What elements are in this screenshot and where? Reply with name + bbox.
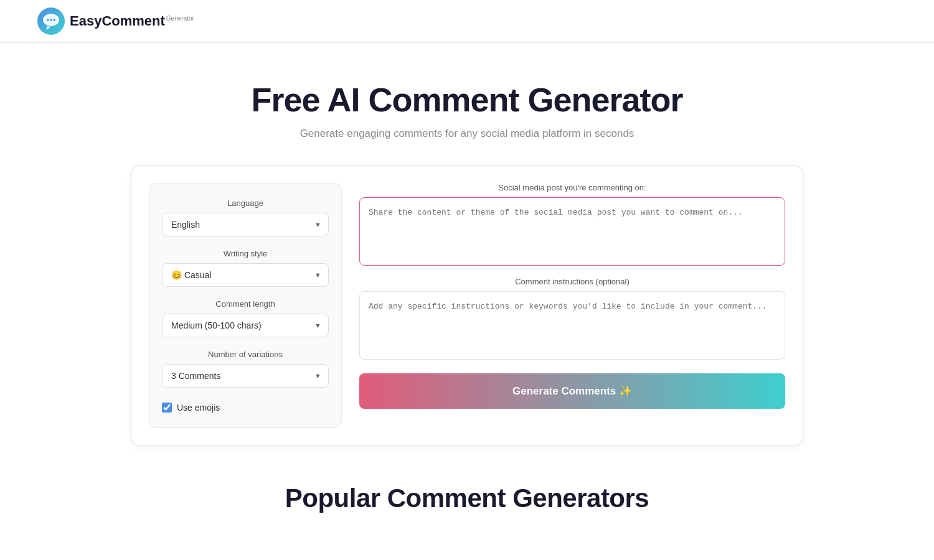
writing-style-label: Writing style [162,249,329,258]
logo-generator-sup: Generator [166,15,194,22]
instructions-textarea[interactable] [359,291,785,360]
right-panel: Social media post you're commenting on: … [359,183,785,428]
left-panel: Language English Spanish French German I… [149,183,342,428]
logo: EasyCommentGenerator [37,7,194,35]
logo-icon [37,7,65,35]
variations-select-wrapper: 1 Comment 2 Comments 3 Comments 4 Commen… [162,364,329,388]
comment-length-label: Comment length [162,299,329,309]
language-label: Language [162,198,329,208]
post-textarea-group: Social media post you're commenting on: [359,183,785,266]
instructions-textarea-group: Comment instructions (optional) [359,277,785,360]
variations-select[interactable]: 1 Comment 2 Comments 3 Comments 4 Commen… [162,364,329,388]
main-content: Free AI Comment Generator Generate engag… [0,43,934,538]
svg-point-4 [53,19,55,21]
form-card: Language English Spanish French German I… [131,165,803,446]
popular-title: Popular Comment Generators [12,483,922,513]
comment-length-select[interactable]: Short (10-50 chars) Medium (50-100 chars… [162,314,329,337]
page-subtitle: Generate engaging comments for any socia… [300,128,634,140]
generate-button[interactable]: Generate Comments ✨ [359,373,785,409]
use-emojis-checkbox[interactable] [162,403,172,413]
comment-length-field-group: Comment length Short (10-50 chars) Mediu… [162,299,329,337]
page-title: Free AI Comment Generator [251,80,682,119]
variations-label: Number of variations [162,350,329,359]
use-emojis-row: Use emojis [162,403,329,413]
popular-section: Popular Comment Generators [12,483,922,513]
language-select[interactable]: English Spanish French German Italian Po… [162,213,329,236]
writing-style-select-wrapper: 😊 Casual Professional Funny Inspirationa… [162,263,329,287]
variations-field-group: Number of variations 1 Comment 2 Comment… [162,350,329,388]
header: EasyCommentGenerator [0,0,934,43]
comment-length-select-wrapper: Short (10-50 chars) Medium (50-100 chars… [162,314,329,337]
writing-style-select[interactable]: 😊 Casual Professional Funny Inspirationa… [162,263,329,287]
logo-brand: EasyCommentGenerator [70,13,194,29]
svg-point-3 [50,19,52,21]
use-emojis-label[interactable]: Use emojis [177,403,220,413]
language-field-group: Language English Spanish French German I… [162,198,329,236]
logo-text: EasyCommentGenerator [70,13,194,29]
svg-point-2 [47,19,49,21]
instructions-label: Comment instructions (optional) [359,277,785,286]
post-textarea[interactable] [359,197,785,266]
post-label: Social media post you're commenting on: [359,183,785,192]
language-select-wrapper: English Spanish French German Italian Po… [162,213,329,236]
writing-style-field-group: Writing style 😊 Casual Professional Funn… [162,249,329,287]
